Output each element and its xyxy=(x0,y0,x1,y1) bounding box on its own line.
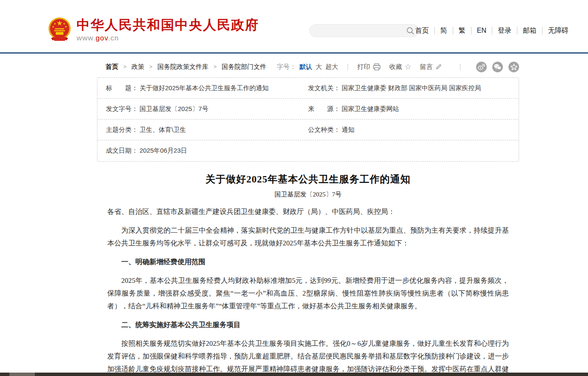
url-gov: gov xyxy=(96,34,108,42)
meta-source: 来 源： 国家卫生健康委网站 xyxy=(308,105,399,113)
font-size-large[interactable]: 大 xyxy=(316,63,322,71)
meta-row: 成文日期： 2025年06月23日 xyxy=(97,140,519,161)
article-doc-number: 国卫基层发〔2025〕7号 xyxy=(107,191,509,199)
meta-topic-category: 主题分类： 卫生、体育\卫生 xyxy=(106,126,308,134)
star-icon: ☆ xyxy=(405,63,411,70)
search-box[interactable] xyxy=(309,24,419,37)
meta-value: 卫生、体育\卫生 xyxy=(140,126,186,134)
article-paragraph: 为深入贯彻党的二十届三中全会精神，落实新时代党的卫生与健康工作方针中以基层为重点… xyxy=(107,224,509,250)
share-icons xyxy=(471,62,519,72)
meta-label: 标 题： xyxy=(106,84,138,92)
meta-value: 国卫基层发〔2025〕7号 xyxy=(140,105,208,113)
comment-button[interactable]: 留言 xyxy=(420,63,442,71)
nav-simplified[interactable]: 简 xyxy=(434,27,453,34)
meta-value: 通知 xyxy=(342,126,354,134)
article-paragraph: 按照相关服务规范切实做好2025年基本公共卫生服务项目实施工作。强化0～6岁儿童… xyxy=(107,337,509,376)
breadcrumb-policy[interactable]: 政策 xyxy=(131,63,144,71)
search-input[interactable] xyxy=(310,25,403,37)
nav-login[interactable]: 登录 xyxy=(492,27,517,34)
breadcrumb-home[interactable]: 首页 xyxy=(106,63,118,71)
nav-accessibility[interactable]: 无障碍 xyxy=(542,27,568,34)
article-title: 关于做好2025年基本公共卫生服务工作的通知 xyxy=(107,173,509,186)
meta-date: 成文日期： 2025年06月23日 xyxy=(106,147,308,155)
comment-label: 留言 xyxy=(420,63,433,71)
url-suffix: .cn xyxy=(108,34,119,42)
meta-issuing-agency: 发文机关： 国家卫生健康委 财政部 国家中医药局 国家疾控局 xyxy=(308,84,481,92)
document-meta-table: 标 题： 关于做好2025年基本公共卫生服务工作的通知 发文机关： 国家卫生健康… xyxy=(97,77,519,162)
nav-traditional[interactable]: 繁 xyxy=(453,27,471,34)
article-salutation: 各省、自治区、直辖市及新疆生产建设兵团卫生健康委、财政厅（局）、中医药局、疾控局… xyxy=(107,205,509,218)
meta-row: 主题分类： 卫生、体育\卫生 公文种类： 通知 xyxy=(97,120,519,140)
breadcrumb-separator: > xyxy=(123,64,126,70)
site-header: 中华人民共和国中央人民政府 www.gov.cn 首页 简 繁 EN 登录 邮箱… xyxy=(0,0,588,54)
meta-title: 标 题： 关于做好2025年基本公共卫生服务工作的通知 xyxy=(106,84,308,92)
breadcrumb-policy-library[interactable]: 国务院政策文件库 xyxy=(157,63,208,71)
nav-mail[interactable]: 邮箱 xyxy=(517,27,542,34)
section-heading-2: 二、统筹实施好基本公共卫生服务项目 xyxy=(107,319,509,331)
font-size-xlarge[interactable]: 超大 xyxy=(325,63,338,71)
search-icon[interactable] xyxy=(406,27,414,35)
meta-value: 国家卫生健康委网站 xyxy=(342,105,399,113)
nav-english[interactable]: EN xyxy=(471,27,492,34)
font-size-label: 字号： xyxy=(277,63,296,71)
favorite-label: 收藏 xyxy=(389,63,402,71)
meta-label: 发文字号： xyxy=(106,105,138,113)
meta-row: 标 题： 关于做好2025年基本公共卫生服务工作的通知 发文机关： 国家卫生健康… xyxy=(97,78,519,99)
meta-doc-type: 公文种类： 通知 xyxy=(308,126,354,134)
taskbar-edge xyxy=(0,373,588,376)
section-heading-1: 一、明确新增经费使用范围 xyxy=(107,256,509,268)
main-content: 首页 > 政策 > 国务院政策文件库 > 国务院部门文件 字号： 默认 大 超大… xyxy=(97,54,519,376)
article: 关于做好2025年基本公共卫生服务工作的通知 国卫基层发〔2025〕7号 各省、… xyxy=(97,173,519,376)
toolbar-divider xyxy=(460,64,460,70)
site-logo[interactable]: 中华人民共和国中央人民政府 www.gov.cn xyxy=(48,17,259,43)
meta-label: 发文机关： xyxy=(308,84,340,92)
meta-value: 关于做好2025年基本公共卫生服务工作的通知 xyxy=(140,84,268,92)
article-body: 各省、自治区、直辖市及新疆生产建设兵团卫生健康委、财政厅（局）、中医药局、疾控局… xyxy=(107,205,509,376)
meta-doc-number: 发文字号： 国卫基层发〔2025〕7号 xyxy=(106,105,308,113)
wechat-icon[interactable] xyxy=(492,62,503,72)
site-title-block: 中华人民共和国中央人民政府 www.gov.cn xyxy=(77,17,259,43)
breadcrumb: 首页 > 政策 > 国务院政策文件库 > 国务院部门文件 xyxy=(106,63,266,71)
breadcrumb-department-docs[interactable]: 国务院部门文件 xyxy=(222,63,266,71)
taskbar-segment xyxy=(9,373,35,376)
article-toolbar: 字号： 默认 大 超大 打印 收藏 ☆ 留言 xyxy=(277,62,519,72)
qzone-icon[interactable] xyxy=(508,62,519,72)
nav-home[interactable]: 首页 xyxy=(415,27,434,34)
weibo-icon[interactable] xyxy=(476,62,487,72)
meta-label: 来 源： xyxy=(308,105,340,113)
pencil-icon xyxy=(435,63,442,70)
font-size-default[interactable]: 默认 xyxy=(300,63,312,71)
national-emblem-icon xyxy=(48,17,71,43)
print-button[interactable]: 打印 xyxy=(357,63,381,71)
url-prefix: www. xyxy=(77,34,96,42)
breadcrumb-separator: > xyxy=(214,64,217,70)
toolbar-divider xyxy=(348,64,348,70)
article-paragraph: 2025年，基本公共卫生服务经费人均财政补助标准增加5元，达到99元。新增经费用… xyxy=(107,274,509,313)
header-nav: 首页 简 繁 EN 登录 邮箱 无障碍 xyxy=(415,26,568,35)
meta-value: 国家卫生健康委 财政部 国家中医药局 国家疾控局 xyxy=(342,84,481,92)
meta-label: 主题分类： xyxy=(106,126,138,134)
site-url: www.gov.cn xyxy=(77,34,259,43)
meta-row: 发文字号： 国卫基层发〔2025〕7号 来 源： 国家卫生健康委网站 xyxy=(97,99,519,120)
breadcrumb-toolbar-row: 首页 > 政策 > 国务院政策文件库 > 国务院部门文件 字号： 默认 大 超大… xyxy=(97,54,519,72)
favorite-button[interactable]: 收藏 ☆ xyxy=(389,63,411,71)
meta-label: 成文日期： xyxy=(106,147,138,155)
print-label: 打印 xyxy=(357,63,370,71)
printer-icon xyxy=(373,63,381,71)
meta-value: 2025年06月23日 xyxy=(140,147,187,155)
site-name: 中华人民共和国中央人民政府 xyxy=(77,17,259,33)
breadcrumb-separator: > xyxy=(149,64,152,70)
meta-label: 公文种类： xyxy=(308,126,340,134)
